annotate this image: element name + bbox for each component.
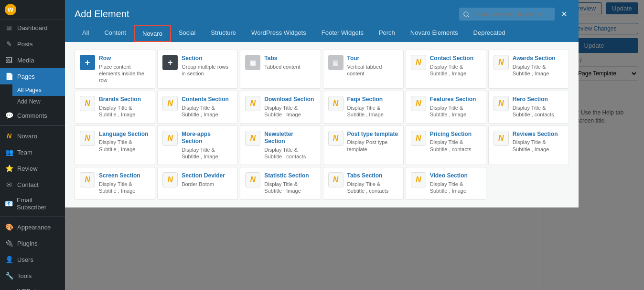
sidebar-item-novaro[interactable]: N Novaro bbox=[0, 128, 65, 144]
appearance-icon: 🎨 bbox=[5, 223, 13, 231]
tab-footer-widgets[interactable]: Footer Widgets bbox=[314, 25, 371, 42]
tab-deprecated[interactable]: Deprecated bbox=[466, 25, 513, 42]
element-info-awards-section: Awards Section Display Title & Subtitle … bbox=[513, 55, 564, 77]
sidebar-item-all-pages[interactable]: All Pages bbox=[12, 84, 65, 96]
tab-social[interactable]: Social bbox=[171, 25, 203, 42]
sidebar-item-add-new[interactable]: Add New bbox=[12, 96, 65, 107]
sidebar-item-review[interactable]: ⭐ Review bbox=[0, 160, 65, 176]
users-icon: 👤 bbox=[5, 255, 13, 264]
sidebar-item-comments[interactable]: 💬 Comments bbox=[0, 107, 65, 124]
element-icon-section: + bbox=[162, 55, 178, 70]
sidebar-divider-2 bbox=[0, 217, 65, 217]
element-card-pricing-section[interactable]: N Pricing Section Display Title & Subtit… bbox=[406, 125, 486, 166]
sidebar-item-dashboard[interactable]: ⊞ Dashboard bbox=[0, 20, 65, 36]
element-info-faqs-section: Faqs Section Display Title & Subtitle , … bbox=[347, 96, 398, 118]
tab-perch[interactable]: Perch bbox=[371, 25, 403, 42]
element-icon-brands-section: N bbox=[80, 96, 95, 111]
element-card-tabs[interactable]: ▦ Tabs Tabbed content bbox=[240, 50, 321, 89]
element-desc-section-devider: Border Botom bbox=[182, 181, 233, 187]
element-icon-awards-section: N bbox=[494, 55, 509, 70]
sidebar-item-team[interactable]: 👥 Team bbox=[0, 144, 65, 160]
element-desc-row: Place content elements inside the row bbox=[99, 63, 150, 84]
tab-novaro-elements[interactable]: Novaro Elements bbox=[403, 25, 466, 42]
element-card-brands-section[interactable]: N Brands Section Display Title & Subtitl… bbox=[75, 91, 155, 123]
sidebar-item-label: All Pages bbox=[17, 87, 42, 93]
element-desc-contents-section: Display Title & Subtitle , Image bbox=[182, 104, 233, 118]
element-desc-post-type-template: Display Post type template bbox=[347, 139, 398, 153]
sidebar-item-label: Dashboard bbox=[17, 24, 48, 31]
sidebar: W ⊞ Dashboard ✎ Posts 🖼 Media 📄 Pages Al… bbox=[0, 0, 65, 290]
tab-novaro[interactable]: Novaro bbox=[134, 25, 171, 42]
novaro-icon: N bbox=[5, 132, 13, 140]
element-icon-tabs: ▦ bbox=[245, 55, 260, 70]
element-card-row[interactable]: + Row Place content elements inside the … bbox=[75, 50, 155, 89]
tab-all[interactable]: All bbox=[75, 25, 97, 42]
element-info-more-apps-section: More-apps Section Display Title & Subtit… bbox=[182, 131, 233, 160]
sidebar-item-email-subscriber[interactable]: 📧 Email Subscriber bbox=[0, 193, 65, 215]
element-card-more-apps-section[interactable]: N More-apps Section Display Title & Subt… bbox=[157, 125, 238, 166]
close-button[interactable]: × bbox=[559, 7, 569, 21]
plugins-icon: 🔌 bbox=[5, 239, 13, 248]
element-icon-pricing-section: N bbox=[411, 131, 426, 146]
element-info-language-section: Language Section Display Title & Subtitl… bbox=[99, 131, 150, 153]
element-name-contents-section: Contents Section bbox=[182, 96, 233, 104]
element-desc-screen-section: Display Title & Subtitle , Image bbox=[99, 181, 150, 195]
element-name-faqs-section: Faqs Section bbox=[347, 96, 398, 104]
sidebar-item-wpbakery[interactable]: B WPBakery Page bbox=[0, 284, 65, 290]
sidebar-item-label: Tools bbox=[17, 272, 32, 280]
element-name-post-type-template: Post type template bbox=[347, 131, 398, 138]
element-icon-post-type-template: N bbox=[328, 131, 343, 146]
modal-title: Add Element bbox=[75, 9, 129, 20]
element-name-reviews-section: Reviews Section bbox=[513, 131, 564, 138]
element-card-faqs-section[interactable]: N Faqs Section Display Title & Subtitle … bbox=[323, 91, 404, 123]
sidebar-item-posts[interactable]: ✎ Posts bbox=[0, 36, 65, 52]
element-name-tabs: Tabs bbox=[264, 55, 315, 62]
element-card-features-section[interactable]: N Features Section Display Title & Subti… bbox=[406, 91, 486, 123]
sidebar-item-pages[interactable]: 📄 Pages bbox=[0, 68, 65, 84]
search-input[interactable] bbox=[459, 8, 555, 21]
element-card-reviews-section[interactable]: N Reviews Section Display Title & Subtit… bbox=[488, 125, 569, 166]
element-card-hero-section[interactable]: N Hero Section Display Title & Subtitle … bbox=[488, 91, 569, 123]
tab-content[interactable]: Content bbox=[97, 25, 134, 42]
sidebar-item-appearance[interactable]: 🎨 Appearance bbox=[0, 219, 65, 235]
wordpress-icon: W bbox=[5, 4, 16, 15]
modal-body: + Row Place content elements inside the … bbox=[65, 42, 579, 207]
search-wrap bbox=[459, 8, 555, 21]
sidebar-item-label: Appearance bbox=[17, 224, 51, 231]
sidebar-item-contact[interactable]: ✉ Contact bbox=[0, 176, 65, 193]
element-card-contents-section[interactable]: N Contents Section Display Title & Subti… bbox=[157, 91, 238, 123]
element-icon-features-section: N bbox=[411, 96, 426, 111]
sidebar-divider bbox=[0, 125, 65, 126]
sidebar-item-media[interactable]: 🖼 Media bbox=[0, 52, 65, 68]
element-card-screen-section[interactable]: N Screen Section Display Title & Subtitl… bbox=[75, 167, 155, 199]
element-card-section-devider[interactable]: N Section Devider Border Botom bbox=[157, 167, 238, 199]
element-icon-more-apps-section: N bbox=[162, 131, 178, 146]
tab-wordpress-widgets[interactable]: WordPress Widgets bbox=[244, 25, 314, 42]
element-desc-video-section: Display Title & Subtitle , Image bbox=[430, 181, 481, 195]
element-name-section: Section bbox=[182, 55, 233, 62]
element-card-newsletter-section[interactable]: N Newsletter Section Display Title & Sub… bbox=[240, 125, 321, 166]
element-desc-hero-section: Display Title & Subtitle , contacts bbox=[513, 104, 564, 118]
sidebar-item-tools[interactable]: 🔧 Tools bbox=[0, 268, 65, 284]
element-card-post-type-template[interactable]: N Post type template Display Post type t… bbox=[323, 125, 404, 166]
element-card-tabs-section[interactable]: N Tabs Section Display Title & Subtitle … bbox=[323, 167, 404, 199]
element-card-language-section[interactable]: N Language Section Display Title & Subti… bbox=[75, 125, 155, 166]
element-info-section: Section Group multiple rows in section bbox=[182, 55, 233, 77]
element-card-section[interactable]: + Section Group multiple rows in section bbox=[157, 50, 238, 89]
sidebar-item-plugins[interactable]: 🔌 Plugins bbox=[0, 235, 65, 251]
sidebar-item-label: Media bbox=[17, 57, 34, 64]
tools-icon: 🔧 bbox=[5, 271, 13, 280]
element-card-tour[interactable]: ▦ Tour Vertical tabbed content bbox=[323, 50, 404, 89]
element-info-post-type-template: Post type template Display Post type tem… bbox=[347, 131, 398, 153]
element-card-statistic-section[interactable]: N Statistic Section Display Title & Subt… bbox=[240, 167, 321, 199]
element-card-download-section[interactable]: N Download Section Display Title & Subti… bbox=[240, 91, 321, 123]
element-info-download-section: Download Section Display Title & Subtitl… bbox=[264, 96, 315, 118]
element-card-awards-section[interactable]: N Awards Section Display Title & Subtitl… bbox=[488, 50, 569, 89]
modal-overlay[interactable]: Add Element × All Content Novaro Social … bbox=[65, 0, 644, 290]
sidebar-item-label: Review bbox=[17, 165, 38, 172]
element-desc-download-section: Display Title & Subtitle , Image bbox=[264, 104, 315, 118]
element-card-contact-section[interactable]: N Contact Section Display Title & Subtit… bbox=[406, 50, 486, 89]
element-card-video-section[interactable]: N Video Section Display Title & Subtitle… bbox=[406, 167, 486, 199]
sidebar-item-users[interactable]: 👤 Users bbox=[0, 251, 65, 268]
tab-structure[interactable]: Structure bbox=[203, 25, 244, 42]
